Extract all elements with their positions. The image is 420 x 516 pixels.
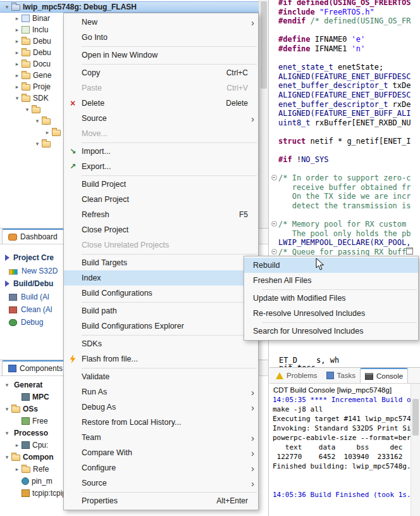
code-line: ALIGNED(FEATURE_ENET_BUFF_ALI <box>269 109 420 118</box>
chevron-down-icon[interactable]: ▾ <box>33 118 42 124</box>
menu-item-search-for-unresolved-includes[interactable]: Search for Unresolved Includes <box>244 324 418 339</box>
scrollbar-thumb[interactable] <box>261 1 267 89</box>
chip-icon <box>22 393 30 401</box>
chevron-right-icon[interactable]: ▸ <box>13 27 22 33</box>
menu-item-open-in-new-window[interactable]: Open in New Window <box>64 47 258 63</box>
menu-icon-cell: ↘ <box>64 148 82 155</box>
chevron-down-icon[interactable]: ▾ <box>23 106 32 113</box>
chevron-down-icon[interactable]: ▾ <box>13 95 22 101</box>
fold-ruler-spacer <box>269 127 278 137</box>
chevron-right-icon[interactable]: ▸ <box>13 84 22 90</box>
tree-row-lwip-mpc5748g-debug-flash[interactable]: ▾lwip_mpc5748g: Debug_FLASH <box>0 1 268 13</box>
menu-item-restore-from-local-history[interactable]: Restore from Local History... <box>64 415 258 430</box>
menu-item-paste[interactable]: PasteCtrl+V <box>64 80 258 96</box>
menu-item-source[interactable]: Source› <box>64 475 258 491</box>
menu-item-label: Export... <box>82 162 256 171</box>
index-submenu: RebuildFreshen All FilesUpdate with Modi… <box>244 256 419 341</box>
code-line: enet_state_t enetState; <box>269 63 420 72</box>
chevron-right-icon[interactable]: ▸ <box>13 15 22 22</box>
menu-item-validate[interactable]: Validate <box>64 369 258 384</box>
chevron-right-icon[interactable]: ▸ <box>13 38 22 44</box>
explorer-scrollbar[interactable] <box>259 0 268 228</box>
dashboard-icon <box>8 234 17 241</box>
console-scrollbar-thumb[interactable] <box>412 399 419 436</box>
chevron-down-icon[interactable]: ▾ <box>3 430 11 436</box>
chevron-right-icon[interactable]: ▸ <box>13 466 22 472</box>
dashboard-link-label: New S32D <box>22 267 58 275</box>
menu-item-label: Clean Project <box>82 195 256 204</box>
menu-item-label: Build Project <box>82 180 256 189</box>
menu-item-run-as[interactable]: Run As› <box>64 384 258 400</box>
clean-icon <box>9 306 17 313</box>
chevron-right-icon[interactable]: ▸ <box>13 72 22 79</box>
chevron-down-icon[interactable]: ▾ <box>3 454 11 460</box>
menu-separator <box>82 368 257 368</box>
menu-item-build-configurations-explorer[interactable]: Build Configurations Explorer <box>64 318 258 334</box>
chevron-right-icon[interactable]: ▸ <box>13 49 22 56</box>
chevron-right-icon[interactable]: ▸ <box>43 129 52 135</box>
restore-view-icon[interactable] <box>406 248 413 255</box>
menu-item-move[interactable]: Move... <box>64 126 258 141</box>
menu-item-close-project[interactable]: Close Project <box>64 222 258 237</box>
menu-item-label: Source <box>82 114 247 123</box>
chevron-right-icon[interactable]: ▸ <box>13 442 22 448</box>
menu-item-properties[interactable]: PropertiesAlt+Enter <box>64 493 258 508</box>
fold-ruler-spacer <box>269 201 278 211</box>
menu-item-source[interactable]: Source› <box>64 111 258 126</box>
menu-item-configure[interactable]: Configure› <box>64 460 258 475</box>
chevron-down-icon[interactable]: ▾ <box>3 4 11 10</box>
menu-item-update-with-modified-files[interactable]: Update with Modified Files <box>244 291 418 306</box>
menu-item-rebuild[interactable]: Rebuild <box>244 258 418 273</box>
menu-item-label: Configure <box>82 463 247 472</box>
menu-item-index[interactable]: Index› <box>64 270 258 286</box>
tree-item-label: Gene <box>33 71 51 80</box>
tab-problems[interactable]: Problems <box>271 368 322 383</box>
menu-item-build-project[interactable]: Build Project <box>64 177 258 192</box>
menu-item-compare-with[interactable]: Compare With› <box>64 445 258 460</box>
console-scrollbar[interactable] <box>411 384 420 516</box>
menu-item-label: Flash from file... <box>82 355 256 363</box>
menu-item-copy[interactable]: CopyCtrl+C <box>64 65 258 80</box>
menu-item-export[interactable]: ↗Export... <box>64 159 258 174</box>
tab-components[interactable]: Components <box>2 360 69 375</box>
chevron-down-icon[interactable]: ▾ <box>33 141 42 147</box>
tab-tasks[interactable]: Tasks <box>322 368 360 383</box>
tree-item-label: Proje <box>33 82 51 91</box>
menu-item-re-resolve-unresolved-includes[interactable]: Re-resolve Unresolved Includes <box>244 306 418 321</box>
tab-dashboard[interactable]: Dashboard <box>2 229 64 244</box>
menu-item-build-path[interactable]: Build path› <box>64 303 258 318</box>
menu-item-refresh[interactable]: RefreshF5 <box>64 207 258 222</box>
console-line: make -j8 all <box>273 405 420 414</box>
menu-item-build-configurations[interactable]: Build Configurations› <box>64 286 258 301</box>
menu-item-label: Refresh <box>82 210 239 219</box>
project-icon <box>11 4 20 11</box>
dashboard-link-label: Build (Al <box>21 293 49 301</box>
menu-item-debug-as[interactable]: Debug As› <box>64 400 258 415</box>
code-lines: #if defined(USING_OS_FREERTOS#include "F… <box>269 0 420 257</box>
menu-item-freshen-all-files[interactable]: Freshen All Files <box>244 273 418 288</box>
menu-item-new[interactable]: New› <box>64 15 258 30</box>
menu-item-clean-project[interactable]: Clean Project <box>64 192 258 207</box>
menu-separator <box>82 254 257 255</box>
menu-item-sdks[interactable]: SDKs <box>64 336 258 351</box>
console-output[interactable]: 14:05:35 **** Incremental Build ofmake -… <box>269 395 420 500</box>
tab-console[interactable]: Console <box>360 368 408 383</box>
collapse-marker-icon[interactable] <box>269 173 278 183</box>
menu-item-team[interactable]: Team› <box>64 430 258 445</box>
code-segment: enet_buffer_descriptor_t <box>278 81 388 91</box>
collapse-marker-icon[interactable] <box>269 220 278 229</box>
code-line <box>269 211 420 220</box>
menu-item-build-targets[interactable]: Build Targets› <box>64 255 258 270</box>
menu-item-go-into[interactable]: Go Into <box>64 30 258 45</box>
menu-item-label: Team <box>82 433 247 442</box>
menu-item-label: Build Configurations <box>82 289 247 298</box>
chevron-right-icon[interactable]: ▸ <box>13 61 22 67</box>
menu-item-label: Index <box>82 274 247 282</box>
menu-item-import[interactable]: ↘Import... <box>64 144 258 159</box>
menu-item-close-unrelated-projects[interactable]: Close Unrelated Projects <box>64 237 258 253</box>
menu-item-delete[interactable]: ×DeleteDelete <box>64 96 258 111</box>
menu-item-flash-from-file[interactable]: Flash from file... <box>64 351 258 367</box>
chevron-down-icon[interactable]: ▾ <box>3 406 11 412</box>
submenu-arrow-icon: › <box>247 114 254 123</box>
chevron-down-icon[interactable]: ▾ <box>3 382 11 388</box>
